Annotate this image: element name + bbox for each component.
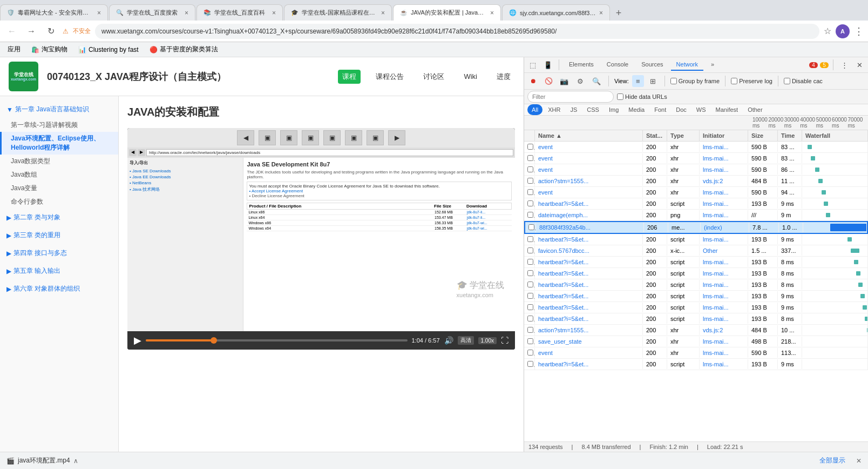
devtools-tab-console[interactable]: Console	[601, 59, 634, 71]
row-checkbox-7[interactable]	[525, 223, 536, 233]
devtools-tab-elements[interactable]: Elements	[564, 59, 599, 71]
show-all-downloads-btn[interactable]: 全部显示	[819, 456, 845, 465]
tab-5[interactable]: ☕ JAVA的安装和配置 | Java环境... ×	[393, 4, 501, 21]
section-java-types[interactable]: Java数据类型	[0, 155, 118, 168]
devtools-tab-more[interactable]: »	[706, 59, 720, 71]
tab-6-close[interactable]: ×	[599, 9, 603, 17]
download-close-btn[interactable]: ∧	[73, 457, 78, 465]
page-btn-4[interactable]: ▣	[323, 130, 341, 145]
vs-tb-back[interactable]: ◀	[129, 149, 137, 156]
tab-2[interactable]: 🔍 学堂在线_百度搜索 ×	[109, 4, 195, 21]
row-check-input-9[interactable]	[527, 247, 533, 253]
quality-badge[interactable]: 高清	[458, 336, 474, 345]
chapter-2[interactable]: ▶ 第二章 类与对象	[0, 209, 118, 226]
filter-ws[interactable]: WS	[692, 104, 710, 115]
bookmark-taobao[interactable]: 🛍️ 淘宝购物	[28, 44, 71, 55]
row-check-input-4[interactable]	[527, 189, 533, 195]
row-checkbox-0[interactable]	[524, 142, 535, 152]
section-java-env[interactable]: Java环境配置、Eclipse使用、Helloworld程序详解	[0, 132, 118, 155]
row-checkbox-10[interactable]	[524, 257, 535, 267]
table-row[interactable]: heartbeat?i=5&et... 200 script lms-mai..…	[524, 302, 868, 313]
row-check-input-10[interactable]	[527, 259, 533, 265]
table-row[interactable]: event 200 xhr lms-mai... 590 B 113...	[524, 347, 868, 359]
row-checkbox-8[interactable]	[524, 234, 535, 245]
chapter-6[interactable]: ▶ 第六章 对象群体的组织	[0, 280, 118, 298]
chapter-5[interactable]: ▶ 第五章 输入输出	[0, 262, 118, 280]
tab-1[interactable]: 🛡️ 毒霸网址大全 - 安全实用的网... ×	[0, 4, 108, 21]
clear-btn[interactable]: 🚫	[542, 75, 554, 87]
col-header-size[interactable]: Size	[748, 130, 778, 141]
row-check-input-0[interactable]	[527, 144, 533, 150]
bookmark-apps[interactable]: 应用	[4, 44, 24, 55]
col-header-initiator[interactable]: Initiator	[700, 130, 748, 141]
filter-js[interactable]: JS	[566, 104, 581, 115]
filter-xhr[interactable]: XHR	[544, 104, 565, 115]
row-checkbox-18[interactable]	[524, 348, 535, 358]
table-row[interactable]: 88f3084f392a54b... 206 me... (index) 7.8…	[524, 221, 868, 234]
row-check-input-2[interactable]	[527, 166, 533, 172]
devtools-tab-sources[interactable]: Sources	[636, 59, 668, 71]
col-header-name[interactable]: Name ▲	[535, 130, 643, 141]
devtools-settings-btn[interactable]: ⋮	[838, 58, 851, 71]
tab-5-close[interactable]: ×	[490, 9, 494, 17]
record-btn[interactable]: ⏺	[527, 75, 539, 87]
vs-nav-item-1[interactable]: • Java SE Downloads	[130, 168, 241, 174]
col-header-time[interactable]: Time	[778, 130, 802, 141]
nav-item-course[interactable]: 课程	[338, 70, 361, 84]
section-java-array[interactable]: Java数组	[0, 168, 118, 182]
devtools-close-btn[interactable]: ✕	[853, 58, 866, 71]
nav-item-discussion[interactable]: 讨论区	[419, 70, 449, 84]
chapter-4[interactable]: ▶ 第四章 接口与多态	[0, 244, 118, 262]
table-row[interactable]: event 200 xhr lms-mai... 590 B 83 ...	[524, 153, 868, 164]
forward-button[interactable]: →	[24, 24, 39, 39]
nav-item-announcement[interactable]: 课程公告	[371, 70, 408, 84]
vs-tb-fwd[interactable]: ▶	[138, 149, 145, 156]
filter-img[interactable]: Img	[605, 104, 623, 115]
address-input[interactable]	[95, 24, 819, 39]
prev-video-btn[interactable]: ◀	[237, 130, 254, 145]
page-btn-1[interactable]: ▣	[259, 130, 276, 145]
table-row[interactable]: heartbeat?i=5&et... 200 script lms-mai..…	[524, 359, 868, 370]
tab-1-close[interactable]: ×	[97, 9, 101, 17]
row-checkbox-6[interactable]	[524, 210, 535, 220]
table-row[interactable]: event 200 xhr lms-mai... 590 B 83 ...	[524, 142, 868, 153]
row-checkbox-4[interactable]	[524, 187, 535, 198]
section-java-var[interactable]: Java变量	[0, 182, 118, 195]
row-check-input-7[interactable]	[528, 224, 534, 230]
filter-media[interactable]: Media	[624, 104, 649, 115]
row-check-input-13[interactable]	[527, 293, 533, 299]
row-checkbox-3[interactable]	[524, 176, 535, 186]
tab-4-close[interactable]: ×	[381, 9, 385, 17]
row-check-input-12[interactable]	[527, 282, 533, 287]
filter-other[interactable]: Other	[743, 104, 767, 115]
tab-3[interactable]: 📚 学堂在线_百度百科 ×	[196, 4, 283, 21]
table-row[interactable]: heartbeat?i=5&et... 200 script lms-mai..…	[524, 313, 868, 325]
search-btn[interactable]: 🔍	[590, 75, 603, 88]
device-toolbar-btn[interactable]: 📱	[541, 58, 554, 71]
table-row[interactable]: heartbeat?i=5&et... 200 script lms-mai..…	[524, 291, 868, 302]
view-list-btn[interactable]: ≡	[632, 75, 644, 87]
col-header-waterfall[interactable]: Waterfall	[802, 130, 868, 141]
filter-btn[interactable]: ⚙	[574, 75, 587, 88]
row-checkbox-15[interactable]	[524, 314, 535, 324]
reload-button[interactable]: ↻	[43, 24, 58, 39]
row-check-input-15[interactable]	[527, 316, 533, 321]
play-pause-button[interactable]: ▶	[134, 334, 141, 346]
page-btn-6[interactable]: ▣	[367, 130, 384, 145]
row-check-input-6[interactable]	[527, 212, 533, 218]
disable-cache-checkbox[interactable]	[784, 78, 790, 84]
table-row[interactable]: heartbeat?i=5&et... 200 script lms-mai..…	[524, 234, 868, 245]
page-btn-2[interactable]: ▣	[280, 130, 297, 145]
table-row[interactable]: heartbeat?i=5&et... 200 script lms-mai..…	[524, 257, 868, 268]
table-row[interactable]: save_user_state 200 xhr lms-mai... 498 B…	[524, 336, 868, 347]
devtools-tab-network[interactable]: Network	[671, 59, 703, 71]
row-checkbox-5[interactable]	[524, 199, 535, 209]
row-checkbox-2[interactable]	[524, 165, 535, 175]
row-checkbox-14[interactable]	[524, 303, 535, 313]
bookmark-density[interactable]: 🔴 基于密度的聚类算法	[146, 44, 221, 55]
chapter-1[interactable]: ▼ 第一章 Java语言基础知识	[0, 100, 118, 118]
bookmark-clustering[interactable]: 📊 Clustering by fast	[75, 45, 142, 55]
table-row[interactable]: event 200 xhr lms-mai... 590 B 86 ...	[524, 164, 868, 176]
table-row[interactable]: favicon.5767dbcc... 200 x-ic... Other 1.…	[524, 245, 868, 257]
table-row[interactable]: event 200 xhr lms-mai... 590 B 94 ...	[524, 187, 868, 198]
